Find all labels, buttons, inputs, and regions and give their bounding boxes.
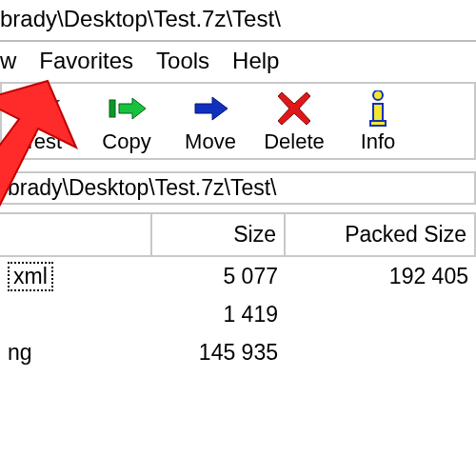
svg-rect-7 bbox=[370, 121, 386, 126]
move-label: Move bbox=[185, 129, 236, 154]
move-button[interactable]: Move bbox=[177, 89, 244, 154]
chevron-down-icon bbox=[24, 89, 62, 128]
cross-icon bbox=[275, 89, 313, 128]
file-packed-cell: 192 405 bbox=[286, 262, 476, 291]
file-name-cell: ng bbox=[0, 338, 152, 367]
column-headers: Size Packed Size bbox=[0, 214, 476, 257]
info-label: Info bbox=[361, 129, 396, 154]
test-button[interactable]: Test bbox=[10, 89, 76, 154]
table-row[interactable]: ng 145 935 bbox=[0, 333, 476, 371]
svg-marker-2 bbox=[119, 98, 146, 119]
delete-button[interactable]: Delete bbox=[261, 89, 327, 154]
table-row[interactable]: xml 5 077 192 405 bbox=[0, 257, 476, 295]
copy-button[interactable]: Copy bbox=[93, 89, 160, 154]
table-row[interactable]: 1 419 bbox=[0, 295, 476, 333]
address-bar-row: brady\Desktop\Test.7z\Test\ bbox=[0, 160, 476, 214]
column-packed-header[interactable]: Packed Size bbox=[286, 214, 476, 255]
selected-file-name: xml bbox=[8, 262, 53, 291]
delete-label: Delete bbox=[264, 129, 325, 154]
info-button[interactable]: Info bbox=[345, 89, 411, 154]
arrow-right-green-icon bbox=[108, 89, 146, 128]
test-label: Test bbox=[24, 129, 62, 154]
file-list: xml 5 077 192 405 1 419 ng 145 935 bbox=[0, 257, 476, 371]
window-title: brady\Desktop\Test.7z\Test\ bbox=[0, 0, 476, 38]
file-size-cell: 1 419 bbox=[152, 300, 286, 329]
svg-marker-4 bbox=[278, 92, 310, 125]
column-size-header[interactable]: Size bbox=[152, 214, 286, 255]
file-packed-cell bbox=[286, 312, 476, 316]
svg-marker-3 bbox=[195, 97, 228, 120]
address-bar[interactable]: brady\Desktop\Test.7z\Test\ bbox=[0, 171, 476, 205]
info-icon bbox=[359, 89, 397, 128]
menu-favorites[interactable]: Favorites bbox=[39, 48, 133, 74]
arrow-right-blue-icon bbox=[191, 89, 229, 128]
file-size-cell: 5 077 bbox=[152, 262, 286, 291]
toolbar: Test Copy Move bbox=[0, 82, 476, 160]
file-packed-cell bbox=[286, 350, 476, 354]
menu-tools[interactable]: Tools bbox=[156, 48, 209, 74]
file-size-cell: 145 935 bbox=[152, 338, 286, 367]
svg-marker-0 bbox=[28, 101, 58, 118]
file-name-cell bbox=[0, 312, 152, 316]
svg-point-5 bbox=[373, 90, 383, 100]
svg-rect-1 bbox=[109, 100, 115, 117]
menu-help[interactable]: Help bbox=[232, 48, 279, 74]
menu-bar: w Favorites Tools Help bbox=[0, 42, 476, 82]
file-name-cell: xml bbox=[0, 260, 152, 293]
column-name-header[interactable] bbox=[0, 214, 152, 255]
copy-label: Copy bbox=[102, 129, 150, 154]
menu-view[interactable]: w bbox=[0, 48, 16, 74]
